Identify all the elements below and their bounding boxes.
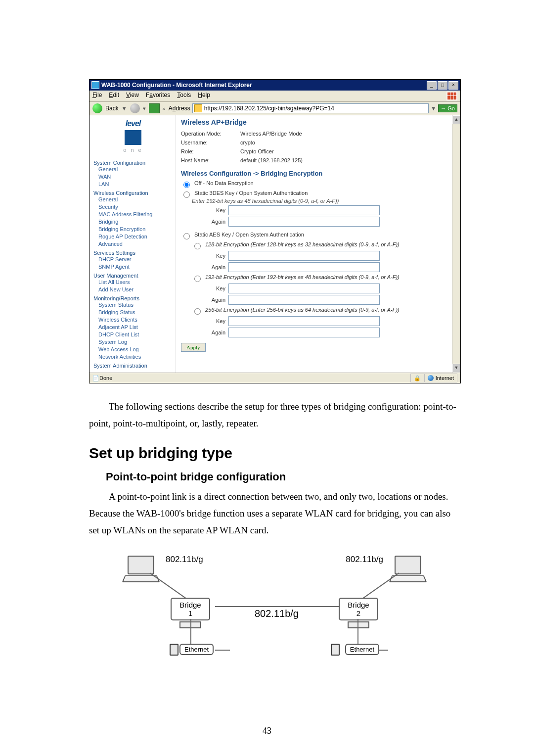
again-input-3des[interactable] xyxy=(228,217,380,227)
nav-wclients[interactable]: Wireless Clients xyxy=(98,317,137,323)
menubar: File Edit View Favorites Tools Help xyxy=(89,91,460,102)
key-input-128[interactable] xyxy=(228,251,380,261)
page-body: level o n e System Configuration General… xyxy=(89,115,460,373)
status-page-icon: 📄 xyxy=(92,375,99,381)
nav-macfilter[interactable]: MAC Address Filtering xyxy=(98,211,152,217)
scroll-down-icon[interactable]: ▼ xyxy=(452,364,460,373)
nav-adduser[interactable]: Add New User xyxy=(98,286,134,292)
address-dropdown-icon[interactable]: ▼ xyxy=(431,105,436,111)
radio-enc-3des[interactable] xyxy=(183,191,190,198)
key-label-2: Key xyxy=(203,253,225,259)
nav-general[interactable]: General xyxy=(98,166,118,172)
address-url: https://192.168.202.125/cgi-bin/sgateway… xyxy=(204,105,334,112)
nav-security[interactable]: Security xyxy=(98,204,118,210)
go-button[interactable]: → Go xyxy=(438,104,457,112)
heading-1: Set up bridging type xyxy=(89,445,460,462)
address-label: Address xyxy=(169,105,190,112)
nav-wan[interactable]: WAN xyxy=(98,174,111,180)
radio-aes-192[interactable] xyxy=(194,276,201,282)
lock-page-icon xyxy=(194,104,202,112)
radio-aes-256[interactable] xyxy=(194,308,201,315)
opmode-value: Wireless AP/Bridge Mode xyxy=(240,129,302,138)
menu-tools[interactable]: Tools xyxy=(177,92,191,100)
bridge-diagram: 802.11b/g 802.11b/g Bridge 1 Bridge 2 80… xyxy=(116,551,433,669)
back-chevron-icon[interactable]: ▼ xyxy=(122,105,127,111)
again-input-128[interactable] xyxy=(228,262,380,272)
address-bar: Address https://192.168.202.125/cgi-bin/… xyxy=(169,103,457,113)
nav-group-system[interactable]: System Configuration xyxy=(93,160,173,166)
nav: System Configuration General WAN LAN Wir… xyxy=(93,160,173,369)
nav-sysstatus[interactable]: System Status xyxy=(98,302,134,308)
status-zone: Internet xyxy=(424,374,457,382)
nav-syslog[interactable]: System Log xyxy=(98,339,127,345)
username-label: Username: xyxy=(181,138,240,147)
hostname-label: Host Name: xyxy=(181,156,240,165)
nav-group-services[interactable]: Services Settings xyxy=(93,250,173,256)
ie-logo-icon xyxy=(446,92,457,100)
status-bar: 📄 Done 🔒 Internet xyxy=(89,373,460,383)
window-title: WAB-1000 Configuration - Microsoft Inter… xyxy=(101,82,426,89)
ie-app-icon xyxy=(91,81,99,89)
ie-window: WAB-1000 Configuration - Microsoft Inter… xyxy=(89,79,461,383)
again-input-192[interactable] xyxy=(228,295,380,305)
fwd-chevron-icon[interactable]: ▾ xyxy=(143,105,146,112)
nav-group-admin[interactable]: System Administration xyxy=(93,363,173,369)
close-button[interactable]: × xyxy=(448,81,458,90)
menu-view[interactable]: View xyxy=(126,92,139,100)
maximize-button[interactable]: □ xyxy=(438,81,447,90)
stop-button[interactable] xyxy=(149,103,160,113)
aes192-label: 192-bit Encryption (Enter 192-bit keys a… xyxy=(205,274,400,280)
menu-edit[interactable]: Edit xyxy=(109,92,119,100)
nav-netact[interactable]: Network Activities xyxy=(98,354,141,360)
sidebar: level o n e System Configuration General… xyxy=(89,115,176,373)
nav-bridging-enc[interactable]: Bridging Encryption xyxy=(98,226,145,232)
nav-weblog[interactable]: Web Access Log xyxy=(98,346,139,352)
nav-rogue[interactable]: Rogue AP Detection xyxy=(98,234,147,239)
plug-right-icon xyxy=(331,644,340,656)
nav-group-wireless[interactable]: Wireless Configuration xyxy=(93,190,173,196)
nav-adjap[interactable]: Adjacent AP List xyxy=(98,324,138,330)
apply-button[interactable]: Apply xyxy=(181,343,206,352)
opt-aes-label: Static AES Key / Open System Authenticat… xyxy=(194,232,304,237)
key-input-3des[interactable] xyxy=(228,205,380,215)
nav-dhcp[interactable]: DHCP Server xyxy=(98,256,131,262)
nav-dhcpclients[interactable]: DHCP Client List xyxy=(98,331,139,337)
menu-help[interactable]: Help xyxy=(198,92,210,100)
radio-aes-128[interactable] xyxy=(194,243,201,249)
vertical-scrollbar[interactable]: ▲ ▼ xyxy=(452,115,460,373)
back-button[interactable] xyxy=(92,103,102,113)
minimize-button[interactable]: _ xyxy=(427,81,437,90)
hint-3des: Enter 192-bit keys as 48 hexadecimal dig… xyxy=(192,198,447,204)
again-input-256[interactable] xyxy=(228,328,380,337)
address-input[interactable]: https://192.168.202.125/cgi-bin/sgateway… xyxy=(192,103,429,113)
panel-title: Wireless AP+Bridge xyxy=(181,118,447,126)
key-input-256[interactable] xyxy=(228,316,380,326)
nav-group-users[interactable]: User Management xyxy=(93,273,173,279)
role-value: Crypto Officer xyxy=(240,147,274,156)
nav-lan[interactable]: LAN xyxy=(98,181,109,187)
key-label-4: Key xyxy=(203,318,225,324)
toolbar-overflow-icon[interactable]: » xyxy=(163,105,166,111)
key-input-192[interactable] xyxy=(228,284,380,293)
lock-icon: 🔒 xyxy=(414,374,421,382)
scroll-track[interactable] xyxy=(452,124,460,364)
role-label: Role: xyxy=(181,147,240,156)
wlan-left-label: 802.11b/g xyxy=(166,555,203,565)
nav-bridging[interactable]: Bridging xyxy=(98,219,118,225)
again-label-1: Again xyxy=(203,219,225,225)
nav-brstatus[interactable]: Bridging Status xyxy=(98,309,135,315)
radio-enc-off[interactable] xyxy=(183,182,190,188)
aes256-label: 256-bit Encryption (Enter 256-bit keys a… xyxy=(205,307,400,313)
nav-group-monitor[interactable]: Monitoring/Reports xyxy=(93,295,173,301)
nav-advanced[interactable]: Advanced xyxy=(98,241,123,247)
again-label-4: Again xyxy=(203,330,225,335)
menu-file[interactable]: File xyxy=(92,92,102,100)
nav-snmp[interactable]: SNMP Agent xyxy=(98,264,130,270)
titlebar[interactable]: WAB-1000 Configuration - Microsoft Inter… xyxy=(89,80,460,91)
radio-enc-aes[interactable] xyxy=(183,233,190,239)
forward-button[interactable] xyxy=(130,103,140,113)
nav-wgeneral[interactable]: General xyxy=(98,196,118,202)
nav-listusers[interactable]: List All Users xyxy=(98,279,130,285)
menu-favorites[interactable]: Favorites xyxy=(146,92,170,100)
scroll-up-icon[interactable]: ▲ xyxy=(452,115,460,124)
